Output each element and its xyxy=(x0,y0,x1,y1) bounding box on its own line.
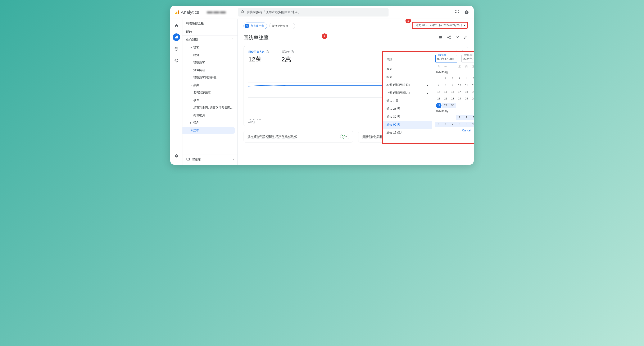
collapse-sidebar-icon[interactable]: ‹ xyxy=(233,157,234,161)
sidebar-item-eng-events[interactable]: 事件 xyxy=(182,97,238,104)
date-picker-popup: 自訂 今天 昨天 本週 (週日到今日)▸ 上週 (週日到週六)▸ 過去 7 天 … xyxy=(382,51,474,144)
preset-yesterday[interactable]: 昨天 xyxy=(383,73,432,81)
svg-rect-14 xyxy=(176,36,176,39)
svg-rect-13 xyxy=(175,37,176,38)
sidebar-item-engagement[interactable]: ▾參與 xyxy=(182,81,238,89)
rail-explore-icon[interactable] xyxy=(172,45,180,53)
calendar-grid-may[interactable]: 1234 567891011 xyxy=(435,115,474,127)
analytics-icon xyxy=(174,10,179,15)
product-logo: Analytics xyxy=(174,9,199,15)
sidebar-item-acquisition[interactable]: ▾獲客 xyxy=(182,44,238,51)
preset-last-28[interactable]: 過去 28 天 xyxy=(383,105,432,113)
svg-rect-6 xyxy=(456,10,457,11)
rail-settings-icon[interactable] xyxy=(172,152,180,160)
add-comparison-button[interactable]: 新增比較項目 ＋ xyxy=(269,23,295,29)
sidebar-item-acq-cohort[interactable]: 獲取新客同類群組 xyxy=(182,74,238,81)
reports-sidebar: 報表數據匯報 即時 生命週期 ⌃ ▾獲客 總覽 獲取新客 流量開發 獲取新客同類… xyxy=(182,19,238,165)
product-name: Analytics xyxy=(181,9,199,15)
search-icon xyxy=(241,10,244,14)
account-selector[interactable]: ■■■ ■■■ ■■■ xyxy=(207,10,226,14)
svg-rect-19 xyxy=(439,36,440,38)
folder-icon xyxy=(186,157,190,162)
svg-text:?: ? xyxy=(466,11,468,14)
start-date-field[interactable]: 開始日期 024年4月28日 xyxy=(435,55,457,62)
sidebar-item-eng-landing[interactable]: 到達網頁 xyxy=(182,112,238,119)
apps-icon[interactable] xyxy=(454,9,460,15)
svg-line-25 xyxy=(448,36,450,37)
svg-rect-10 xyxy=(458,12,459,13)
svg-line-4 xyxy=(243,12,244,13)
svg-rect-9 xyxy=(456,12,457,13)
svg-point-3 xyxy=(241,10,244,13)
svg-rect-21 xyxy=(441,36,442,38)
svg-rect-15 xyxy=(177,36,178,39)
search-container: 請嘗試搜尋「使用者最多的國家/地區」 xyxy=(238,8,388,16)
top-bar: Analytics ■■■ ■■■ ■■■ 請嘗試搜尋「使用者最多的國家/地區」… xyxy=(170,6,474,19)
chevron-up-icon: ⌃ xyxy=(231,38,234,41)
cancel-button[interactable]: Cancel xyxy=(462,129,471,132)
calendar-grid-april[interactable]: 123456 78910111213 14151617181920 212223… xyxy=(435,76,474,108)
month-label: 2024年4月 xyxy=(435,69,474,76)
dropdown-arrow-icon: ▾ xyxy=(346,136,347,138)
help-icon[interactable]: ? xyxy=(291,50,294,53)
sidebar-item-eng-pages[interactable]: 網頁和畫面: 網頁路徑與畫面... xyxy=(182,104,238,112)
svg-rect-20 xyxy=(440,36,441,38)
month-label: 2024年5月 xyxy=(435,108,474,115)
svg-rect-7 xyxy=(458,10,459,11)
end-date-field[interactable]: 結束日期 2024年7月26 xyxy=(461,55,474,62)
calendar-panel: 開始日期 024年4月28日 – 結束日期 2024年7月26 日一二三四五六 … xyxy=(432,52,474,143)
help-icon[interactable]: ? xyxy=(464,9,470,15)
divider xyxy=(203,10,203,15)
rail-ads-icon[interactable] xyxy=(172,57,180,64)
svg-rect-2 xyxy=(178,10,179,14)
date-range-selector[interactable]: 過去 90 天 4月28日至 2024年7月26日 ▾ xyxy=(412,22,468,29)
sidebar-item-acq-traffic[interactable]: 流量開發 xyxy=(182,66,238,74)
sidebar-item-snapshot[interactable]: 報表數據匯報 xyxy=(182,19,238,27)
metric-new-users[interactable]: 新使用者人數? 12萬 xyxy=(248,50,269,64)
card-status-button[interactable]: ✓ ▾ xyxy=(340,134,349,139)
preset-list: 自訂 今天 昨天 本週 (週日到今日)▸ 上週 (週日到週六)▸ 過去 7 天 … xyxy=(383,52,432,143)
svg-rect-1 xyxy=(176,11,178,14)
preset-last-12m[interactable]: 過去 12 個月 xyxy=(383,129,432,137)
sidebar-item-acq-user[interactable]: 獲取新客 xyxy=(182,59,238,66)
share-icon[interactable] xyxy=(447,35,451,40)
help-icon[interactable]: ? xyxy=(266,50,269,53)
search-placeholder: 請嘗試搜尋「使用者最多的國家/地區」 xyxy=(247,10,301,14)
left-rail xyxy=(170,19,182,165)
svg-rect-5 xyxy=(455,10,456,11)
sidebar-item-acq-overview[interactable]: 總覽 xyxy=(182,51,238,59)
rail-reports-icon[interactable] xyxy=(172,33,180,41)
preset-this-week[interactable]: 本週 (週日到今日)▸ xyxy=(383,81,432,89)
search-input[interactable]: 請嘗試搜尋「使用者最多的國家/地區」 xyxy=(238,8,388,16)
compare-icon[interactable] xyxy=(438,35,443,40)
preset-custom[interactable]: 自訂 xyxy=(383,55,432,63)
edit-icon[interactable] xyxy=(464,35,468,40)
sidebar-item-retention[interactable]: 回訪率 xyxy=(182,127,236,134)
sidebar-item-realtime[interactable]: 即時 xyxy=(182,27,238,35)
sidebar-library[interactable]: 資產庫 xyxy=(182,154,238,165)
segment-all-users[interactable]: 所 所有使用者 xyxy=(244,22,267,29)
check-icon: ✓ xyxy=(342,135,346,139)
chevron-right-icon: ▸ xyxy=(427,91,428,95)
sidebar-item-monetization[interactable]: ▸營利 xyxy=(182,119,238,127)
insights-icon[interactable] xyxy=(455,35,460,40)
preset-last-30[interactable]: 過去 30 天 xyxy=(383,113,432,121)
card-retention-cohort: 使用者留存變化趨勢 (依同類群組劃分) ✓ ▾ xyxy=(244,131,353,143)
rail-home-icon[interactable] xyxy=(172,22,180,29)
plus-icon: ＋ xyxy=(290,24,292,28)
preset-last-7[interactable]: 過去 7 天 xyxy=(383,97,432,105)
chevron-right-icon: ▸ xyxy=(427,83,428,87)
annotation-badge-2: 2 xyxy=(322,33,327,39)
weekday-header: 日一二三四五六 xyxy=(435,65,474,68)
svg-line-26 xyxy=(448,37,450,38)
preset-today[interactable]: 今天 xyxy=(383,65,432,73)
sidebar-group-lifecycle[interactable]: 生命週期 ⌃ xyxy=(182,35,238,44)
metric-returning[interactable]: 回訪者? 2萬 xyxy=(282,50,294,64)
sidebar-item-eng-overview[interactable]: 參與狀況總覽 xyxy=(182,89,238,97)
svg-rect-0 xyxy=(175,12,176,14)
svg-rect-8 xyxy=(455,12,456,13)
preset-last-90[interactable]: 過去 90 天 xyxy=(383,121,432,129)
page-title: 回訪率總覽 xyxy=(244,34,269,41)
svg-point-18 xyxy=(176,60,177,61)
preset-last-week[interactable]: 上週 (週日到週六)▸ xyxy=(383,89,432,97)
